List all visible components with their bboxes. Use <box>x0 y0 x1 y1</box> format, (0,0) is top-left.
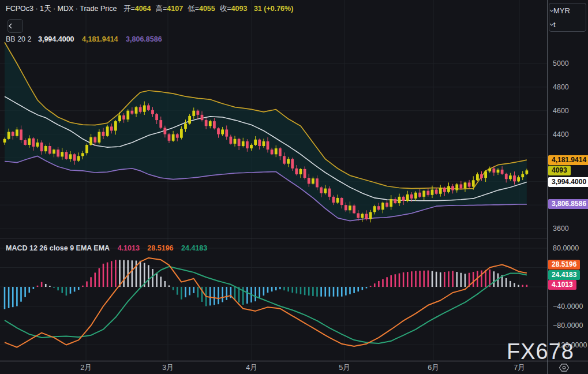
macd-line-value: 28.5196 <box>147 244 173 252</box>
ohlc-label: 高= <box>156 5 167 13</box>
axis-tick-label: −40.0000 <box>553 302 583 311</box>
chevron-down-icon <box>549 9 554 12</box>
time-axis-divider <box>0 361 588 361</box>
ohlc-label: 开= <box>123 5 135 13</box>
ohlc-label: 低= <box>188 5 199 13</box>
change-value: 31 (+0.76%) <box>254 5 293 13</box>
axis-tick-label: −120.0000 <box>553 341 587 350</box>
trading-chart-app: FCPOc3 · 1天 · MDX · Trade Price 开=4064高=… <box>0 0 588 374</box>
ohlc-value: 4093 <box>231 5 248 13</box>
chevron-left-icon <box>8 23 13 29</box>
month-label: 3月 <box>155 363 181 373</box>
time-axis[interactable]: 2月3月4月5月6月7月 <box>0 361 588 374</box>
month-label: 4月 <box>239 363 264 373</box>
unit-dropdown[interactable]: t <box>549 17 586 31</box>
pane-divider[interactable] <box>0 238 547 238</box>
ohlc-value: 4055 <box>199 5 215 13</box>
macd-line <box>5 258 527 347</box>
ohlc-values: 开=4064高=4107低=4055收=4093 <box>119 5 248 13</box>
chevron-down-icon <box>549 23 554 26</box>
month-label: 6月 <box>421 363 446 373</box>
axis-tick-label: 80.0000 <box>553 244 579 253</box>
ohlc-label: 收= <box>220 5 231 13</box>
axis-tick-label: 5000 <box>553 59 569 68</box>
bb-upper-value: 4,181.9414 <box>82 35 118 43</box>
axis-tick-label: 3600 <box>553 224 569 233</box>
price-axis[interactable]: 5000480046004400360080.0000−40.0000−80.0… <box>548 0 588 361</box>
last-price-badge: 4093 <box>548 166 571 175</box>
bb-label: BB 20 2 <box>6 35 31 43</box>
axis-tick-label: 4400 <box>553 130 569 139</box>
hexagon-settings-icon <box>559 362 570 373</box>
bb-upper-badge: 4,181.9414 <box>548 155 588 165</box>
macd-signal-value: 24.4183 <box>181 244 207 252</box>
currency-unit-selector: MYR t <box>549 3 586 32</box>
bb-basis-badge: 3,994.4000 <box>548 177 588 187</box>
macd-histogram <box>4 260 527 309</box>
axis-tick-label: −80.0000 <box>553 321 583 330</box>
currency-dropdown[interactable]: MYR <box>549 3 586 17</box>
signal-value-badge: 24.4183 <box>548 270 580 280</box>
macd-chart-canvas[interactable] <box>0 238 547 361</box>
axis-tick-label: 4600 <box>553 106 569 115</box>
bb-lower-value: 3,806.8586 <box>126 35 162 43</box>
bb-lower-badge: 3,806.8586 <box>548 199 588 209</box>
month-label: 2月 <box>73 363 99 373</box>
macd-value-badge: 28.5196 <box>548 260 580 270</box>
bb-legend[interactable]: BB 20 2 3,994.4000 4,181.9414 3,806.8586 <box>6 35 162 43</box>
axis-settings-button[interactable] <box>559 362 577 373</box>
symbol-title[interactable]: FCPOc3 · 1天 · MDX · Trade Price <box>6 5 117 13</box>
macd-grid <box>0 238 547 361</box>
bb-basis-value: 3,994.4000 <box>38 35 74 43</box>
macd-label: MACD 12 26 close 9 EMA EMA <box>6 244 110 252</box>
ohlc-value: 4107 <box>167 5 183 13</box>
ohlc-value: 4064 <box>135 5 151 13</box>
macd-hist-value: 4.1013 <box>118 244 140 252</box>
back-button[interactable] <box>8 19 23 33</box>
hist-value-badge: 4.1013 <box>548 280 576 290</box>
axis-tick-label: 4800 <box>553 83 569 92</box>
month-label: 5月 <box>332 363 357 373</box>
currency-value: MYR <box>553 6 570 15</box>
month-label: 7月 <box>507 363 532 373</box>
